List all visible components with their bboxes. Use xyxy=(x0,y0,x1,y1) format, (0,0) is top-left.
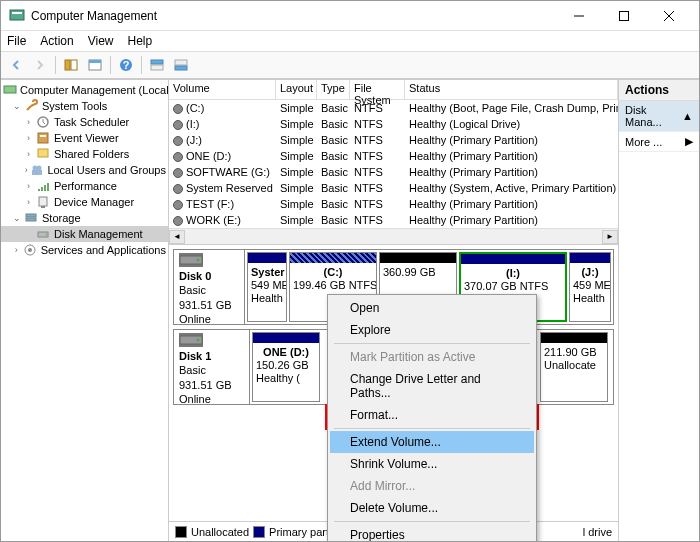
maximize-button[interactable] xyxy=(601,1,646,30)
minimize-button[interactable] xyxy=(556,1,601,30)
col-filesystem[interactable]: File System xyxy=(350,80,405,99)
svg-rect-18 xyxy=(38,133,48,143)
chevron-right-icon[interactable]: › xyxy=(23,181,34,192)
chevron-right-icon[interactable]: › xyxy=(23,133,34,144)
svg-rect-3 xyxy=(619,11,628,20)
volume-row[interactable]: WORK (E:)SimpleBasicNTFSHealthy (Primary… xyxy=(169,212,618,228)
cm-explore[interactable]: Explore xyxy=(330,319,534,341)
cm-change-letter[interactable]: Change Drive Letter and Paths... xyxy=(330,368,534,404)
svg-point-33 xyxy=(45,234,47,236)
disk-info[interactable]: Disk 0Basic931.51 GBOnline xyxy=(174,250,245,324)
tree-item-device-manager[interactable]: ›Device Manager xyxy=(1,194,168,210)
legend-primary-swatch xyxy=(253,526,265,538)
col-status[interactable]: Status xyxy=(405,80,618,99)
col-volume[interactable]: Volume xyxy=(169,80,276,99)
partition-box[interactable]: Syster549 MEHealth xyxy=(247,252,287,322)
item-icon xyxy=(35,194,51,210)
chevron-down-icon[interactable]: ⌄ xyxy=(11,101,22,112)
volume-row[interactable]: TEST (F:)SimpleBasicNTFSHealthy (Primary… xyxy=(169,196,618,212)
volume-row[interactable]: SOFTWARE (G:)SimpleBasicNTFSHealthy (Pri… xyxy=(169,164,618,180)
tree-pane[interactable]: Computer Management (Local ⌄ System Tool… xyxy=(1,80,169,541)
tree-storage[interactable]: ⌄ Storage xyxy=(1,210,168,226)
volume-row[interactable]: ONE (D:)SimpleBasicNTFSHealthy (Primary … xyxy=(169,148,618,164)
partition-box[interactable]: ONE (D:)150.26 GBHealthy ( xyxy=(252,332,320,402)
tree-services[interactable]: › Services and Applications xyxy=(1,242,168,258)
view-bottom-button[interactable] xyxy=(170,54,192,76)
svg-text:?: ? xyxy=(123,59,130,71)
chevron-right-icon[interactable]: › xyxy=(23,149,34,160)
chevron-right-icon[interactable]: › xyxy=(23,197,34,208)
tree-item-label: Device Manager xyxy=(54,196,134,208)
chevron-right-icon[interactable]: › xyxy=(23,117,34,128)
cm-format[interactable]: Format... xyxy=(330,404,534,426)
context-menu[interactable]: Open Explore Mark Partition as Active Ch… xyxy=(327,294,537,542)
col-layout[interactable]: Layout xyxy=(276,80,317,99)
volume-row[interactable]: System ReservedSimpleBasicNTFSHealthy (S… xyxy=(169,180,618,196)
actions-header: Actions xyxy=(619,80,699,101)
toolbar: ? xyxy=(1,51,699,79)
svg-rect-0 xyxy=(10,10,24,20)
legend-logical-label: l drive xyxy=(583,526,612,538)
menu-file[interactable]: File xyxy=(7,34,26,48)
partition-box[interactable]: (J:)459 MEHealth xyxy=(569,252,611,322)
tree-systools[interactable]: ⌄ System Tools xyxy=(1,98,168,114)
app-icon xyxy=(9,8,25,24)
disk-drive-icon xyxy=(179,253,203,267)
cm-shrink-volume[interactable]: Shrink Volume... xyxy=(330,453,534,475)
forward-button[interactable] xyxy=(29,54,51,76)
tree-item-event-viewer[interactable]: ›Event Viewer xyxy=(1,130,168,146)
help-button[interactable]: ? xyxy=(115,54,137,76)
cm-properties[interactable]: Properties xyxy=(330,524,534,542)
tree-item-task-scheduler[interactable]: ›Task Scheduler xyxy=(1,114,168,130)
menu-action[interactable]: Action xyxy=(40,34,73,48)
actions-disk-management[interactable]: Disk Mana... ▲ xyxy=(619,101,699,132)
tools-icon xyxy=(23,98,39,114)
col-type[interactable]: Type xyxy=(317,80,350,99)
disk-info[interactable]: Disk 1Basic931.51 GBOnline xyxy=(174,330,250,404)
tree-root[interactable]: Computer Management (Local xyxy=(1,82,168,98)
volume-scrollbar[interactable]: ◄ ► xyxy=(169,228,618,244)
tree-item-performance[interactable]: ›Performance xyxy=(1,178,168,194)
scroll-right-button[interactable]: ► xyxy=(602,230,618,244)
chevron-right-icon[interactable]: › xyxy=(11,245,21,256)
tree-item-local-users-and-groups[interactable]: ›Local Users and Groups xyxy=(1,162,168,178)
menu-view[interactable]: View xyxy=(88,34,114,48)
tree-root-label: Computer Management (Local xyxy=(20,84,169,96)
volume-icon xyxy=(173,184,183,194)
cm-open[interactable]: Open xyxy=(330,297,534,319)
chevron-down-icon[interactable]: ⌄ xyxy=(11,213,22,224)
partition-header xyxy=(380,253,456,263)
chevron-right-icon[interactable]: › xyxy=(23,165,29,176)
cm-delete-volume[interactable]: Delete Volume... xyxy=(330,497,534,519)
volume-icon xyxy=(173,168,183,178)
menu-help[interactable]: Help xyxy=(128,34,153,48)
tree-item-shared-folders[interactable]: ›Shared Folders xyxy=(1,146,168,162)
volume-row[interactable]: (C:)SimpleBasicNTFSHealthy (Boot, Page F… xyxy=(169,100,618,116)
svg-point-22 xyxy=(37,166,42,171)
volume-row[interactable]: (J:)SimpleBasicNTFSHealthy (Primary Part… xyxy=(169,132,618,148)
partition-box[interactable]: 211.90 GBUnallocate xyxy=(540,332,608,402)
tree-systools-label: System Tools xyxy=(42,100,107,112)
tree-services-label: Services and Applications xyxy=(41,244,166,256)
properties-button[interactable] xyxy=(84,54,106,76)
window-title: Computer Management xyxy=(31,9,556,23)
volume-icon xyxy=(173,216,183,226)
volume-icon xyxy=(173,200,183,210)
cm-extend-volume[interactable]: Extend Volume... xyxy=(330,431,534,453)
tree-storage-label: Storage xyxy=(42,212,81,224)
close-button[interactable] xyxy=(646,1,691,30)
volume-list[interactable]: Volume Layout Type File System Status (C… xyxy=(169,80,618,245)
partition-header xyxy=(541,333,607,343)
legend-primary-label: Primary parti xyxy=(269,526,331,538)
volume-row[interactable]: (I:)SimpleBasicNTFSHealthy (Logical Driv… xyxy=(169,116,618,132)
back-button[interactable] xyxy=(5,54,27,76)
view-top-button[interactable] xyxy=(146,54,168,76)
partition-header xyxy=(461,254,565,264)
show-hide-tree-button[interactable] xyxy=(60,54,82,76)
svg-rect-24 xyxy=(38,189,40,191)
svg-rect-23 xyxy=(32,170,42,175)
tree-item-label: Task Scheduler xyxy=(54,116,129,128)
tree-disk-management[interactable]: Disk Management xyxy=(1,226,168,242)
scroll-left-button[interactable]: ◄ xyxy=(169,230,185,244)
actions-more[interactable]: More ... ▶ xyxy=(619,132,699,152)
